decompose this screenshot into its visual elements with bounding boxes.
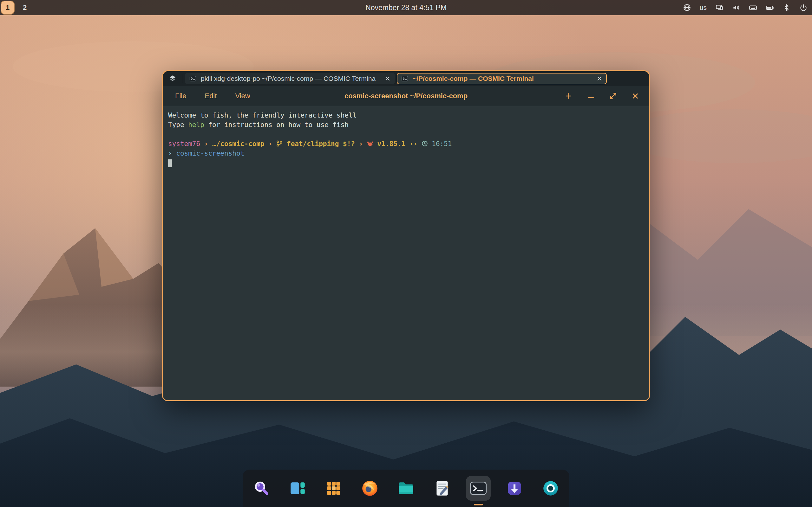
terminal-line [168, 158, 644, 168]
terminal-icon [469, 479, 488, 498]
terminal-line: Welcome to fish, the friendly interactiv… [168, 111, 644, 120]
terminal-text: Type [168, 121, 188, 129]
system-tray: us [683, 0, 808, 15]
globe-icon[interactable] [683, 3, 691, 12]
settings-icon [542, 479, 560, 498]
workspace-1-button[interactable]: 1 [1, 1, 14, 14]
keyboard-icon[interactable] [749, 3, 757, 12]
terminal-line [168, 130, 644, 139]
terminal-text: › [168, 150, 176, 157]
dock-item-cosmic-store[interactable] [502, 476, 527, 501]
menu-bar: File Edit View [163, 92, 252, 101]
bluetooth-icon[interactable] [782, 3, 791, 12]
text-editor-icon [433, 479, 451, 498]
dock-item-workspaces[interactable] [285, 476, 310, 501]
store-icon [505, 479, 524, 498]
terminal-line: system76 › …/cosmic-comp › feat/clipping… [168, 139, 644, 149]
menu-edit[interactable]: Edit [203, 92, 218, 101]
terminal-content[interactable]: Welcome to fish, the friendly interactiv… [163, 106, 649, 400]
keyboard-layout-indicator[interactable]: us [700, 4, 707, 11]
folder-icon [397, 479, 415, 498]
terminal-text: v1.85.1 [373, 140, 405, 148]
terminal-tab-icon [401, 74, 409, 83]
terminal-text: › [264, 140, 276, 148]
terminal-text: › [355, 140, 367, 148]
terminal-text: system76 [168, 140, 200, 148]
battery-icon[interactable] [766, 3, 774, 12]
dock-item-applications[interactable] [321, 476, 346, 501]
terminal-window: pkill xdg-desktop-po ~/P/cosmic-comp — C… [162, 70, 650, 401]
terminal-line: Type help for instructions on how to use… [168, 120, 644, 130]
volume-icon[interactable] [732, 3, 740, 12]
window-title: cosmic-screenshot ~/P/cosmic-comp [345, 92, 467, 100]
clock-icon [421, 140, 428, 148]
terminal-text: help [188, 121, 204, 129]
menu-file[interactable]: File [173, 92, 188, 101]
clock[interactable]: November 28 at 4:51 PM [363, 0, 449, 15]
menu-view[interactable]: View [233, 92, 252, 101]
tab-bar: pkill xdg-desktop-po ~/P/cosmic-comp — C… [163, 71, 649, 86]
dock-item-cosmic-terminal[interactable] [466, 476, 491, 501]
dock [243, 469, 569, 507]
new-tab-icon[interactable] [565, 92, 573, 100]
tab-1[interactable]: pkill xdg-desktop-po ~/P/cosmic-comp — C… [185, 73, 395, 84]
firefox-icon [361, 479, 379, 498]
terminal-text: for instructions on how to use fish [204, 121, 349, 129]
dock-item-launcher[interactable] [249, 476, 274, 501]
terminal-text: ›› [405, 140, 421, 148]
workspaces-icon [288, 479, 307, 498]
dock-item-settings[interactable] [538, 476, 563, 501]
displays-icon[interactable] [715, 3, 723, 12]
terminal-text: …/cosmic-comp [212, 140, 264, 148]
terminal-text: Welcome to fish, the friendly interactiv… [168, 112, 357, 119]
window-header: File Edit View cosmic-screenshot ~/P/cos… [163, 86, 649, 106]
tab-close-icon[interactable] [596, 75, 603, 82]
close-icon[interactable] [631, 92, 640, 100]
git-branch-icon [276, 140, 283, 148]
tab-divider [183, 74, 183, 83]
dock-item-files[interactable] [394, 476, 418, 501]
workspace-switcher: 1 2 [1, 0, 31, 15]
terminal-text: cosmic-screenshot [176, 150, 244, 157]
terminal-text: › [200, 140, 212, 148]
workspace-2-button[interactable]: 2 [18, 1, 31, 14]
tab-2[interactable]: ~/P/cosmic-comp — COSMIC Terminal [397, 73, 607, 84]
terminal-tab-icon [189, 74, 197, 83]
tab-close-icon[interactable] [384, 75, 391, 82]
launcher-icon [252, 479, 270, 498]
tab-overview-button[interactable] [163, 71, 182, 86]
power-icon[interactable] [799, 3, 808, 12]
window-controls [565, 92, 649, 100]
app-grid-icon [324, 479, 343, 498]
terminal-text: 16:51 [428, 140, 452, 148]
rust-icon [367, 140, 373, 148]
layers-icon [168, 74, 177, 83]
tab-title: ~/P/cosmic-comp — COSMIC Terminal [413, 75, 592, 82]
tab-title: pkill xdg-desktop-po ~/P/cosmic-comp — C… [201, 75, 380, 82]
dock-item-text-editor[interactable] [430, 476, 455, 501]
keyboard-layout-label: us [700, 4, 707, 11]
dock-item-firefox[interactable] [357, 476, 382, 501]
terminal-text: feat/clipping $!? [283, 140, 355, 148]
minimize-icon[interactable] [587, 92, 595, 100]
terminal-cursor [168, 159, 172, 167]
maximize-icon[interactable] [609, 92, 617, 100]
terminal-line: › cosmic-screenshot [168, 149, 644, 158]
top-panel: 1 2 November 28 at 4:51 PM us [0, 0, 812, 15]
